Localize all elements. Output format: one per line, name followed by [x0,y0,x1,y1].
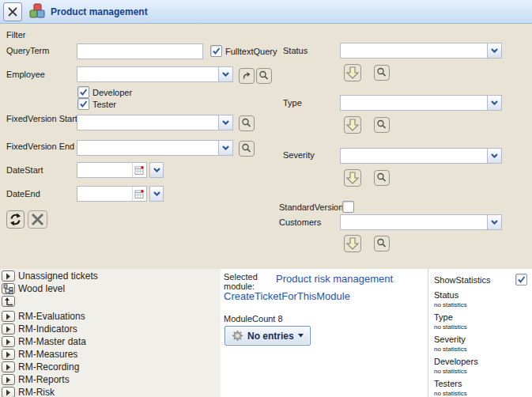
status-combobox-value [341,43,487,58]
check-icon [79,100,88,108]
check-icon [517,275,526,284]
chevron-down-icon [153,191,160,196]
search-icon [376,172,387,183]
queryterm-label: QueryTerm [6,46,49,55]
tree-item-rm-recording[interactable]: RM-Recording [0,361,221,373]
tree-item-rm-risk[interactable]: RM-Risk [0,386,221,397]
close-button[interactable] [3,2,22,21]
showstatistics-checkbox[interactable] [515,274,527,285]
refresh-icon [9,213,22,226]
stat-group-status: Status no statistics [434,290,532,308]
close-icon [6,6,19,18]
title-bar: Product management [0,0,532,24]
tester-label: Tester [92,100,116,109]
fixedversion-end-combobox[interactable] [77,140,233,156]
tree-item-wood-level[interactable]: Wood level [0,282,221,295]
tree-item-rm-evaluations[interactable]: RM-Evaluations [0,310,221,323]
developer-checkbox[interactable] [77,86,89,98]
customers-combobox[interactable] [340,214,502,230]
down-arrow-icon [345,236,360,251]
chevron-down-icon[interactable] [218,67,232,81]
datestart-label: DateStart [6,165,43,175]
tree-item-up-level[interactable] [0,295,221,308]
type-combobox-value [341,96,487,110]
clear-filter-button[interactable] [28,210,47,229]
tree-item-rm-reports[interactable]: RM-Reports [0,373,221,386]
expand-arrow-icon[interactable] [2,323,15,335]
stat-group-severity: Severity no statistics [434,335,532,353]
clear-x-icon [31,213,44,226]
chevron-down-icon[interactable] [487,96,501,110]
dateend-field[interactable] [77,186,147,202]
tree-item-rm-measures[interactable]: RM-Measures [0,348,221,361]
calendar-icon[interactable] [132,163,146,177]
selected-module-link[interactable]: Product risk management [276,273,393,285]
employee-combobox[interactable] [77,66,233,82]
gear-icon [232,330,243,342]
stat-group-type: Type no statistics [434,312,532,331]
fixedversion-end-search-button[interactable] [239,141,255,157]
chevron-down-icon [153,168,160,172]
severity-search-button[interactable] [374,170,390,186]
queryterm-input[interactable] [77,43,203,59]
employee-import-button[interactable] [239,68,255,84]
expand-arrow-icon[interactable] [2,361,15,372]
expand-arrow-icon[interactable] [2,311,15,322]
datestart-value [77,163,132,177]
status-down-arrow-button[interactable] [344,64,361,81]
customers-search-button[interactable] [374,236,390,251]
search-icon [376,238,387,249]
statistics-panel: ShowStatistics Status no statistics Type… [428,269,532,397]
search-icon [258,70,270,81]
up-level-icon[interactable] [2,296,15,307]
hierarchy-icon[interactable] [2,283,15,294]
chevron-down-icon[interactable] [487,215,501,229]
fulltextquery-checkbox[interactable] [210,45,222,57]
dateend-label: DateEnd [6,189,40,198]
create-ticket-link[interactable]: CreateTicketForThisModule [224,290,350,302]
dateend-dropdown-button[interactable] [149,186,164,202]
tree-item-rm-master-data[interactable]: RM-Master data [0,335,221,348]
refresh-button[interactable] [6,210,25,229]
stat-group-developers: Developers no statistics [434,357,532,375]
chevron-down-icon[interactable] [218,115,232,130]
search-icon [241,118,252,129]
tree-item-unassigned-tickets[interactable]: Unassigned tickets [0,270,221,282]
employee-search-button[interactable] [256,68,272,84]
status-combobox[interactable] [340,43,502,59]
expand-arrow-icon[interactable] [2,387,15,397]
customers-combobox-value [341,215,487,229]
fixedversion-start-combobox[interactable] [77,115,233,130]
employee-label: Employee [6,70,45,79]
import-arrow-icon [241,70,252,81]
type-down-arrow-button[interactable] [344,116,361,134]
chevron-down-icon[interactable] [487,149,501,163]
check-icon [79,88,88,96]
tester-checkbox[interactable] [77,98,89,110]
datestart-dropdown-button[interactable] [149,162,164,178]
filter-section-label: Filter [6,30,25,40]
datestart-field[interactable] [77,162,147,178]
severity-down-arrow-button[interactable] [344,169,361,187]
tree-item-rm-indicators[interactable]: RM-Indicators [0,323,221,335]
customers-down-arrow-button[interactable] [344,235,361,252]
down-arrow-icon [345,171,360,185]
expand-arrow-icon[interactable] [2,374,15,385]
module-count-label: ModuleCount 8 [224,314,283,323]
severity-combobox[interactable] [340,148,502,164]
entries-dropdown-button[interactable]: No entries [224,326,311,346]
expand-arrow-icon[interactable] [2,349,15,360]
dateend-value [77,187,132,201]
type-search-button[interactable] [374,117,390,133]
standardversion-checkbox[interactable] [342,201,354,213]
expand-arrow-icon[interactable] [2,336,15,347]
type-combobox[interactable] [340,95,502,111]
calendar-icon[interactable] [132,187,146,201]
fixedversion-start-search-button[interactable] [239,115,255,131]
module-tree-panel: Unassigned tickets Wood level [0,269,221,397]
status-search-button[interactable] [374,65,390,81]
chevron-down-icon[interactable] [487,43,501,58]
chevron-down-icon[interactable] [218,141,232,155]
expand-arrow-icon[interactable] [2,270,15,282]
filter-panel: Filter QueryTerm FulltextQuery Status [0,24,532,269]
